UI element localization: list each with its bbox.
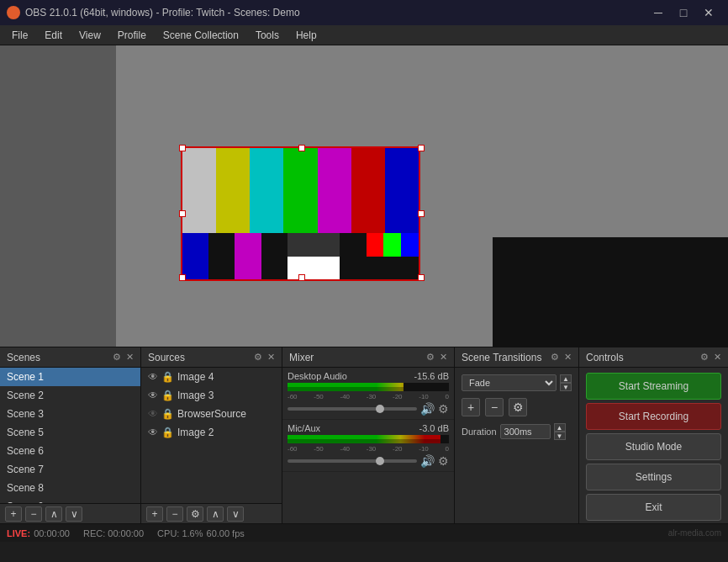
handle-tm[interactable] xyxy=(298,145,305,151)
duration-label: Duration xyxy=(462,427,497,437)
maximize-button[interactable]: □ xyxy=(671,0,696,25)
scene-item[interactable]: Scene 9 xyxy=(0,497,140,503)
handle-br[interactable] xyxy=(418,274,425,281)
scenes-panel-header: Scenes ⚙ ✕ xyxy=(0,347,140,368)
exit-button[interactable]: Exit xyxy=(586,494,721,521)
preview-area xyxy=(0,45,728,347)
transitions-content: Fade Cut Swipe ▲ ▼ + − ⚙ Duration xyxy=(455,368,578,523)
menu-tools[interactable]: Tools xyxy=(247,28,288,43)
scenes-toolbar: + − ∧ ∨ xyxy=(0,503,140,523)
transitions-panel-header: Scene Transitions ⚙ ✕ xyxy=(455,347,578,368)
menu-edit[interactable]: Edit xyxy=(36,28,71,43)
sources-config-icon[interactable]: ⚙ xyxy=(254,352,262,363)
transition-remove-button[interactable]: − xyxy=(485,398,504,416)
menu-profile[interactable]: Profile xyxy=(109,28,155,43)
sources-panel-title: Sources xyxy=(148,352,185,363)
volume-slider-desktop[interactable] xyxy=(288,407,417,411)
visibility-icon[interactable]: 👁 xyxy=(148,408,158,420)
source-item[interactable]: 👁 🔒 BrowserSource xyxy=(141,405,282,423)
spinner-up[interactable]: ▲ xyxy=(560,374,572,383)
minimize-button[interactable]: ─ xyxy=(646,0,671,25)
scenes-remove-button[interactable]: − xyxy=(25,506,42,522)
start-recording-button[interactable]: Start Recording xyxy=(586,403,721,430)
source-item[interactable]: 👁 🔒 Image 4 xyxy=(141,368,282,386)
duration-spinner-up[interactable]: ▲ xyxy=(554,423,566,432)
controls-panel: Controls ⚙ ✕ Start Streaming Start Recor… xyxy=(579,347,728,523)
sources-up-button[interactable]: ∧ xyxy=(207,506,224,522)
panels-container: Scenes ⚙ ✕ Scene 1 Scene 2 Scene 3 Scene… xyxy=(0,347,728,523)
controls-config-icon[interactable]: ⚙ xyxy=(700,352,709,363)
handle-ml[interactable] xyxy=(179,210,186,217)
sources-settings-button[interactable]: ⚙ xyxy=(187,506,203,522)
scene-item[interactable]: Scene 1 xyxy=(0,368,140,386)
source-label: BrowserSource xyxy=(177,408,246,420)
track-name-mic: Mic/Aux xyxy=(288,423,320,433)
transitions-close-icon[interactable]: ✕ xyxy=(564,352,572,363)
scene-item[interactable]: Scene 7 xyxy=(0,460,140,479)
mixer-close-icon[interactable]: ✕ xyxy=(440,352,447,363)
transition-add-button[interactable]: + xyxy=(462,398,480,416)
duration-input[interactable] xyxy=(500,424,551,439)
scene-item[interactable]: Scene 8 xyxy=(0,479,140,497)
sources-down-button[interactable]: ∨ xyxy=(227,506,244,522)
handle-mr[interactable] xyxy=(418,210,425,217)
lock-icon[interactable]: 🔒 xyxy=(161,390,174,401)
volume-slider-mic[interactable] xyxy=(288,459,417,463)
transition-settings-button[interactable]: ⚙ xyxy=(509,398,527,416)
scenes-close-icon[interactable]: ✕ xyxy=(126,352,134,363)
duration-spinner-down[interactable]: ▼ xyxy=(554,432,566,440)
close-button[interactable]: ✕ xyxy=(696,0,721,25)
handle-tl[interactable] xyxy=(179,145,186,151)
scenes-config-icon[interactable]: ⚙ xyxy=(113,352,121,363)
settings-btn-mic[interactable]: ⚙ xyxy=(438,454,449,468)
settings-btn-desktop[interactable]: ⚙ xyxy=(438,402,449,416)
menu-scene-collection[interactable]: Scene Collection xyxy=(155,28,247,43)
scene-item[interactable]: Scene 6 xyxy=(0,442,140,460)
scenes-list: Scene 1 Scene 2 Scene 3 Scene 5 Scene 6 … xyxy=(0,368,140,503)
transitions-config-icon[interactable]: ⚙ xyxy=(551,352,559,363)
lock-icon[interactable]: 🔒 xyxy=(161,408,174,420)
scene-item[interactable]: Scene 5 xyxy=(0,423,140,442)
settings-button[interactable]: Settings xyxy=(586,464,721,490)
mixer-config-icon[interactable]: ⚙ xyxy=(426,352,435,363)
cpu-indicator: CPU: 1.6% 60.00 fps xyxy=(157,528,245,538)
source-item[interactable]: 👁 🔒 Image 3 xyxy=(141,386,282,405)
handle-bm[interactable] xyxy=(298,274,305,281)
start-streaming-button[interactable]: Start Streaming xyxy=(586,373,721,400)
scenes-down-button[interactable]: ∨ xyxy=(66,506,82,522)
watermark-text: alr-media.com xyxy=(668,528,721,538)
menu-view[interactable]: View xyxy=(71,28,109,43)
meter-desktop xyxy=(288,383,449,391)
mute-btn-mic[interactable]: 🔊 xyxy=(420,454,435,468)
spinner-down[interactable]: ▼ xyxy=(560,383,572,391)
handle-bl[interactable] xyxy=(179,274,186,281)
rec-time: REC: 00:00:00 xyxy=(83,528,144,538)
menu-file[interactable]: File xyxy=(3,28,36,43)
controls-close-icon[interactable]: ✕ xyxy=(714,352,721,363)
menu-help[interactable]: Help xyxy=(288,28,325,43)
scene-item[interactable]: Scene 3 xyxy=(0,405,140,423)
scenes-add-button[interactable]: + xyxy=(5,506,22,522)
lock-icon[interactable]: 🔒 xyxy=(161,427,174,438)
source-label: Image 3 xyxy=(177,390,214,401)
fps-value: 60.00 fps xyxy=(207,528,245,538)
visibility-icon[interactable]: 👁 xyxy=(148,390,158,401)
visibility-icon[interactable]: 👁 xyxy=(148,371,158,383)
mute-btn-desktop[interactable]: 🔊 xyxy=(420,402,435,416)
visibility-icon[interactable]: 👁 xyxy=(148,427,158,438)
black-box-br xyxy=(493,237,728,347)
sources-remove-button[interactable]: − xyxy=(166,506,183,522)
scenes-up-button[interactable]: ∧ xyxy=(45,506,62,522)
transitions-type-select[interactable]: Fade Cut Swipe xyxy=(462,374,557,391)
source-label: Image 2 xyxy=(177,427,214,438)
mixer-panel-header: Mixer ⚙ ✕ xyxy=(282,347,454,368)
sources-close-icon[interactable]: ✕ xyxy=(267,352,275,363)
color-bars xyxy=(181,146,420,281)
handle-tr[interactable] xyxy=(418,145,425,151)
lock-icon[interactable]: 🔒 xyxy=(161,371,174,383)
scene-item[interactable]: Scene 2 xyxy=(0,386,140,405)
track-db-mic: -3.0 dB xyxy=(419,423,449,433)
source-item[interactable]: 👁 🔒 Image 2 xyxy=(141,423,282,442)
sources-add-button[interactable]: + xyxy=(146,506,163,522)
studio-mode-button[interactable]: Studio Mode xyxy=(586,433,721,460)
